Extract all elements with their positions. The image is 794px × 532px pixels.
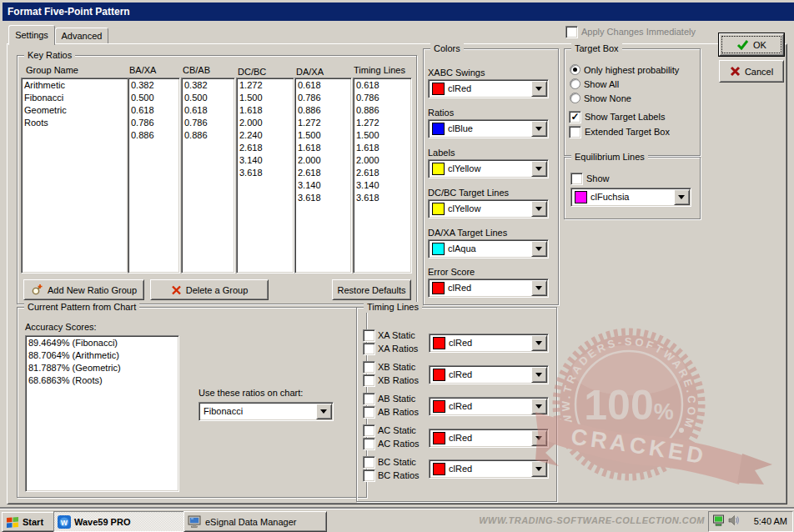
da-xa-item[interactable]: 2.618	[295, 167, 351, 179]
timing-item[interactable]: 1.272	[354, 117, 411, 129]
cancel-button[interactable]: Cancel	[719, 60, 784, 83]
dcbc-target-lines-color-combo[interactable]: clYellow	[428, 199, 549, 218]
ba-xa-item[interactable]: 0.786	[128, 117, 179, 129]
xa-static-checkbox[interactable]	[363, 329, 375, 342]
ok-button[interactable]: OK	[719, 33, 784, 56]
ba-xa-item[interactable]: 0.382	[128, 79, 179, 92]
dc-bc-item[interactable]: 3.618	[237, 167, 294, 179]
radio-show-none[interactable]	[570, 93, 580, 103]
timing-lines-listbox[interactable]: 0.6180.7860.8861.2721.5001.6182.0002.618…	[353, 78, 412, 274]
add-new-ratio-group-button[interactable]: Add New Ratio Group	[23, 279, 144, 300]
xb-ratios-checkbox[interactable]	[363, 374, 375, 387]
labels-color-combo[interactable]: clYellow	[428, 159, 549, 178]
dc-bc-listbox[interactable]: 1.2721.5001.6182.0002.2402.6183.1403.618	[236, 78, 294, 274]
timing-item[interactable]: 1.618	[354, 142, 411, 154]
ba-xa-item[interactable]: 0.886	[128, 129, 179, 142]
chevron-down-icon[interactable]	[531, 430, 547, 446]
ratios-color-combo[interactable]: clBlue	[428, 119, 549, 138]
use-ratios-combo[interactable]: Fibonacci	[198, 402, 334, 421]
chevron-down-icon[interactable]	[531, 81, 547, 97]
ab-static-checkbox[interactable]	[363, 393, 375, 405]
timing-item[interactable]: 3.618	[354, 192, 411, 204]
daxa-target-lines-color-combo[interactable]: clAqua	[428, 239, 549, 258]
bc-static-checkbox[interactable]	[363, 456, 375, 469]
ab-color-combo[interactable]: clRed	[429, 397, 549, 416]
ba-xa-listbox[interactable]: 0.3820.5000.6180.7860.886	[128, 78, 180, 274]
delete-a-group-button[interactable]: Delete a Group	[150, 279, 269, 300]
timing-item[interactable]: 1.500	[354, 129, 411, 142]
chevron-down-icon[interactable]	[531, 161, 547, 177]
bc-ratios-checkbox[interactable]	[363, 469, 375, 482]
dc-bc-item[interactable]: 1.618	[237, 104, 294, 117]
dc-bc-item[interactable]: 1.500	[237, 92, 294, 104]
cb-ab-item[interactable]: 0.382	[182, 79, 234, 92]
chevron-down-icon[interactable]	[531, 280, 547, 296]
da-xa-listbox[interactable]: 0.6180.7860.8861.2721.5001.6182.0002.618…	[294, 78, 352, 274]
xb-static-checkbox[interactable]	[363, 361, 375, 374]
da-xa-item[interactable]: 0.618	[295, 79, 351, 92]
ac-static-checkbox[interactable]	[363, 424, 375, 437]
da-xa-item[interactable]: 2.000	[295, 154, 351, 167]
bc-color-combo[interactable]: clRed	[429, 459, 549, 479]
show-target-labels-checkbox[interactable]: ✓	[569, 111, 581, 123]
dc-bc-item[interactable]: 1.272	[237, 79, 294, 92]
accuracy-score-item[interactable]: 89.4649% (Fibonacci)	[26, 337, 178, 349]
da-xa-item[interactable]: 0.786	[295, 92, 351, 104]
equilibrium-show-checkbox[interactable]	[570, 173, 583, 185]
network-tray-icon[interactable]	[712, 514, 726, 527]
error-score-color-combo[interactable]: clRed	[428, 279, 549, 298]
ba-xa-item[interactable]: 0.500	[128, 92, 179, 104]
chevron-down-icon[interactable]	[674, 189, 690, 205]
tab-settings[interactable]: Settings	[8, 25, 55, 45]
xb-color-combo[interactable]: clRed	[429, 365, 549, 384]
ac-ratios-checkbox[interactable]	[363, 438, 375, 450]
restore-defaults-button[interactable]: Restore Defaults	[332, 279, 411, 300]
timing-item[interactable]: 2.618	[354, 167, 411, 179]
chevron-down-icon[interactable]	[531, 461, 547, 477]
dc-bc-item[interactable]: 2.000	[237, 117, 294, 129]
radio-only-highest-probability[interactable]	[570, 64, 580, 75]
da-xa-item[interactable]: 1.618	[295, 142, 351, 154]
da-xa-item[interactable]: 1.500	[295, 129, 351, 142]
dc-bc-item[interactable]: 2.240	[237, 129, 294, 142]
da-xa-item[interactable]: 3.140	[295, 179, 351, 192]
cb-ab-item[interactable]: 0.500	[182, 92, 234, 104]
dc-bc-item[interactable]: 3.140	[237, 154, 294, 167]
accuracy-score-item[interactable]: 68.6863% (Roots)	[26, 374, 178, 387]
cb-ab-item[interactable]: 0.618	[182, 104, 234, 117]
ab-ratios-checkbox[interactable]	[363, 406, 375, 419]
chevron-down-icon[interactable]	[531, 335, 547, 351]
chevron-down-icon[interactable]	[531, 201, 547, 217]
tab-advanced[interactable]: Advanced	[55, 28, 108, 44]
timing-item[interactable]: 0.886	[354, 104, 411, 117]
group-name-item[interactable]: Arithmetic	[22, 79, 128, 92]
xa-ratios-checkbox[interactable]	[363, 343, 375, 355]
group-name-item[interactable]: Fibonacci	[22, 92, 128, 104]
group-name-item[interactable]: Geometric	[22, 104, 128, 117]
cb-ab-item[interactable]: 0.786	[182, 117, 234, 129]
cb-ab-listbox[interactable]: 0.3820.5000.6180.7860.886	[181, 78, 235, 274]
volume-tray-icon[interactable]	[728, 514, 741, 527]
da-xa-item[interactable]: 0.886	[295, 104, 351, 117]
taskbar-item-esignal[interactable]: eSignal Data Manager	[183, 511, 327, 532]
taskbar-item-wave59[interactable]: w Wave59 PRO	[53, 511, 185, 532]
timing-item[interactable]: 0.618	[354, 79, 411, 92]
chevron-down-icon[interactable]	[531, 367, 547, 383]
equilibrium-color-combo[interactable]: clFuchsia	[570, 188, 691, 207]
chevron-down-icon[interactable]	[531, 399, 547, 414]
timing-item[interactable]: 0.786	[354, 92, 411, 104]
chevron-down-icon[interactable]	[531, 241, 547, 257]
chevron-down-icon[interactable]	[316, 404, 332, 419]
timing-item[interactable]: 3.140	[354, 179, 411, 192]
da-xa-item[interactable]: 3.618	[295, 192, 351, 204]
ba-xa-item[interactable]: 0.618	[128, 104, 179, 117]
xa-color-combo[interactable]: clRed	[429, 334, 549, 353]
xabc-swings-color-combo[interactable]: clRed	[428, 79, 549, 98]
group-name-item[interactable]: Roots	[22, 117, 128, 129]
group-name-listbox[interactable]: ArithmeticFibonacciGeometricRoots	[21, 78, 128, 274]
cb-ab-item[interactable]: 0.886	[182, 129, 234, 142]
dc-bc-item[interactable]: 2.618	[237, 142, 294, 154]
radio-show-all[interactable]	[570, 78, 580, 89]
ac-color-combo[interactable]: clRed	[429, 429, 549, 448]
timing-item[interactable]: 2.000	[354, 154, 411, 167]
